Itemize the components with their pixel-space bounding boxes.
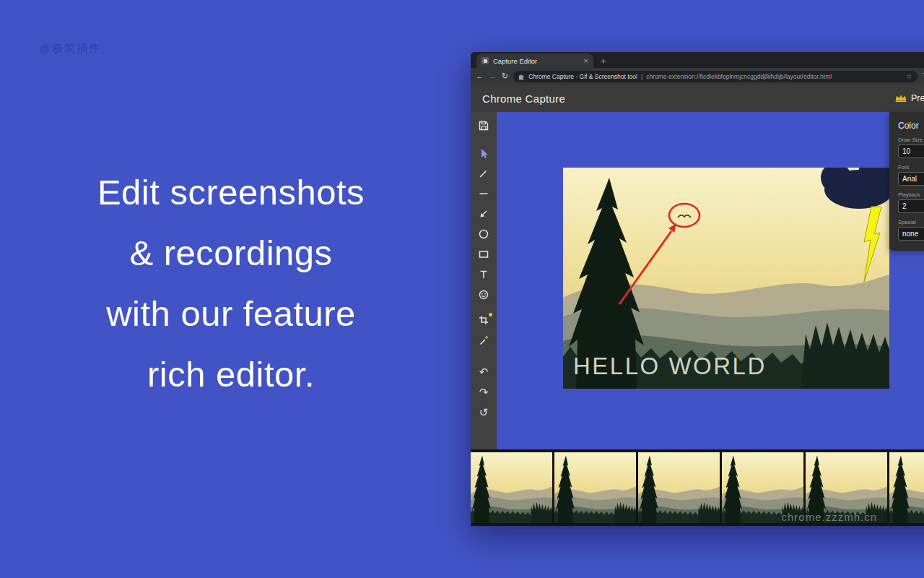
playback-label: Playback (898, 191, 924, 198)
reload-icon[interactable]: ↻ (502, 72, 508, 80)
rectangle-tool-button[interactable] (471, 244, 497, 264)
forward-icon[interactable]: → (489, 72, 497, 80)
font-label: Font (898, 164, 924, 171)
undo-icon: ↶ (479, 367, 489, 378)
cloud-sticker[interactable] (821, 168, 889, 209)
select-tool-button[interactable] (471, 143, 497, 163)
headline-line: & recordings (22, 223, 440, 283)
tool-sidebar: ↶ ↷ ↺ (471, 112, 497, 449)
captured-image[interactable]: HELLO WORLD (563, 168, 889, 389)
tab-strip: Capture Editor × + (471, 52, 924, 68)
effects-wand-tool-button[interactable] (471, 330, 497, 350)
line-icon (478, 188, 489, 199)
save-tool-button[interactable] (471, 116, 497, 136)
crop-tool-button[interactable] (471, 310, 497, 330)
rectangle-icon (478, 249, 489, 260)
special-input[interactable]: none (898, 227, 924, 241)
properties-panel: Color Draw Size 10 Font Arial Playback 2… (889, 112, 924, 251)
crown-icon (895, 94, 907, 103)
headline: Edit screenshots & recordings with our f… (22, 162, 440, 405)
arrow-icon (478, 208, 489, 220)
draw-size-label: Draw Size (898, 137, 924, 143)
premium-button[interactable]: Premium (895, 93, 924, 103)
draw-size-field: Draw Size 10 (898, 137, 924, 158)
canvas-text-annotation[interactable]: HELLO WORLD (573, 353, 767, 380)
history-icon: ↺ (479, 407, 489, 418)
app-title: Chrome Capture (482, 92, 565, 105)
frame-thumbnail[interactable] (638, 452, 720, 523)
cursor-icon (478, 147, 489, 159)
arrow-tool-button[interactable] (471, 204, 497, 224)
undo-button[interactable]: ↶ (471, 362, 497, 382)
tab-capture-editor[interactable]: Capture Editor × (476, 53, 593, 68)
magic-wand-icon (478, 335, 489, 346)
bookmark-star-icon[interactable]: ☆ (906, 73, 912, 80)
editor-main: ↶ ↷ ↺ (471, 112, 924, 449)
emoji-icon (478, 289, 489, 301)
address-separator: | (641, 73, 642, 80)
color-label: Color (898, 121, 924, 131)
frame-thumbnail[interactable] (889, 452, 924, 523)
address-bar[interactable]: Chrome Capture - Gif & Screenshot tool |… (513, 71, 918, 82)
app-header: Chrome Capture Premium (471, 85, 924, 112)
bird-mark (678, 215, 691, 217)
brush-tool-button[interactable] (471, 163, 497, 184)
browser-toolbar: ← → ↻ Chrome Capture - Gif & Screenshot … (471, 68, 924, 85)
brush-icon (478, 168, 489, 179)
editor-canvas[interactable]: HELLO WORLD (497, 112, 924, 449)
font-input[interactable]: Arial (898, 172, 924, 186)
ellipse-tool-button[interactable] (471, 224, 497, 244)
frame-strip: chrome.zzzmh.cn (471, 449, 924, 526)
line-tool-button[interactable] (471, 184, 497, 204)
emoji-tool-button[interactable] (471, 285, 497, 305)
crop-badge (489, 313, 492, 316)
text-icon (478, 269, 489, 280)
frame-image (638, 452, 720, 523)
text-tool-button[interactable] (471, 264, 497, 285)
tab-close-icon[interactable]: × (584, 57, 588, 65)
font-field: Font Arial (898, 164, 924, 186)
draw-size-input[interactable]: 10 (898, 144, 924, 158)
site-watermark: chrome.zzzmh.cn (781, 511, 877, 523)
save-icon (478, 120, 489, 131)
special-label: Special (898, 219, 924, 225)
ellipse-icon (478, 228, 489, 240)
new-tab-button[interactable]: + (601, 56, 606, 66)
headline-line: rich editor. (22, 344, 440, 405)
red-circle-annotation[interactable] (669, 204, 699, 227)
page-watermark-top: @极简插件 (40, 42, 101, 56)
frame-image (889, 452, 924, 523)
address-url: chrome-extension://ficdlekbfeplnmjcncggd… (646, 73, 902, 80)
browser-window: Capture Editor × + ← → ↻ Chrome Capture … (471, 52, 924, 526)
premium-label: Premium (911, 93, 924, 103)
frame-thumbnail[interactable] (554, 452, 636, 523)
extension-page-icon (518, 73, 525, 80)
back-icon[interactable]: ← (476, 72, 484, 80)
red-arrow-annotation[interactable] (619, 223, 676, 304)
lightning-sticker[interactable] (864, 207, 881, 282)
frame-thumbnail[interactable] (471, 452, 552, 523)
crop-icon (478, 314, 489, 326)
playback-field: Playback 2 (898, 191, 924, 213)
tab-title: Capture Editor (493, 57, 580, 65)
frame-image (471, 452, 552, 523)
special-field: Special none (898, 219, 924, 241)
playback-input[interactable]: 2 (898, 199, 924, 213)
frame-image (554, 452, 636, 523)
headline-line: with our feature (22, 283, 440, 344)
address-title: Chrome Capture - Gif & Screenshot tool (528, 73, 637, 80)
redo-button[interactable]: ↷ (471, 382, 497, 402)
tab-favicon-icon (481, 57, 489, 64)
history-button[interactable]: ↺ (471, 402, 497, 423)
redo-icon: ↷ (479, 387, 489, 398)
headline-line: Edit screenshots (22, 162, 440, 223)
